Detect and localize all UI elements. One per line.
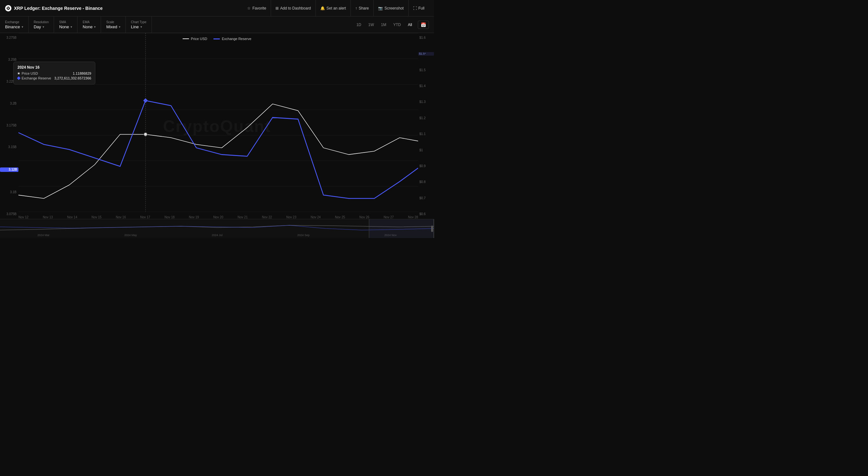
- tooltip-blue-dot: [17, 76, 20, 80]
- share-button[interactable]: ↑ Share: [351, 0, 374, 17]
- x-tick: Nov 14: [67, 215, 77, 219]
- chevron-down-icon: ▾: [22, 25, 23, 29]
- tooltip-price-row: Price USD 1.11886829: [18, 71, 91, 75]
- y-tick: 3.25B: [0, 58, 19, 61]
- toolbar: Exchange Binance ▾ Resolution Day ▾ SMA …: [0, 17, 434, 33]
- tooltip-price-label: Price USD: [18, 71, 38, 75]
- full-button[interactable]: ⛶ Full: [409, 0, 429, 17]
- x-tick: Nov 26: [359, 215, 370, 219]
- chart-type-selector: Chart Type Line ▾: [131, 17, 152, 33]
- dashboard-icon: ⊞: [275, 6, 279, 10]
- minimap[interactable]: 2024 Mar 2024 May 2024 Jul 2024 Sep 2024…: [0, 219, 434, 238]
- y-tick-right: $0.8: [418, 180, 434, 184]
- y-tick-right-highlight: $1.5*: [418, 52, 434, 56]
- minimap-label: 2024 Sep: [298, 234, 310, 237]
- minimap-label: 2024 May: [124, 234, 137, 237]
- y-tick: 3.275B: [0, 36, 19, 39]
- minimap-label: 2024 Jul: [212, 234, 222, 237]
- exchange-reserve-line: [19, 100, 418, 198]
- time-range: 1D 1W 1M YTD All 📅: [353, 21, 429, 29]
- fullscreen-icon: ⛶: [413, 6, 417, 10]
- y-axis-right: $1.6 $1.5* $1.5 $1.4 $1.3 $1.2 $1.1 $1 $…: [418, 33, 434, 219]
- y-tick-right: $0.6: [418, 213, 434, 216]
- chevron-down-icon: ▾: [141, 25, 142, 29]
- price-usd-line: [19, 104, 418, 198]
- minimap-label: 2024 Mar: [37, 234, 50, 237]
- x-axis: Nov 12 Nov 13 Nov 14 Nov 15 Nov 16 Nov 1…: [19, 214, 418, 219]
- exchange-dropdown[interactable]: Binance ▾: [5, 25, 23, 29]
- x-tick: Nov 15: [92, 215, 102, 219]
- exchange-selector: Exchange Binance ▾: [5, 17, 29, 33]
- y-tick-highlight: 3.12B: [0, 168, 19, 172]
- share-icon: ↑: [355, 6, 357, 10]
- x-tick: Nov 16: [116, 215, 126, 219]
- chart-svg: [19, 33, 418, 212]
- sma-selector: SMA None ▾: [59, 17, 78, 33]
- x-tick: Nov 12: [19, 215, 29, 219]
- resolution-dropdown[interactable]: Day ▾: [34, 25, 49, 29]
- sma-dropdown[interactable]: None ▾: [59, 25, 72, 29]
- calendar-icon: 📅: [421, 22, 426, 27]
- x-tick: Nov 18: [164, 215, 175, 219]
- tooltip-price-value: 1.11886829: [73, 71, 91, 75]
- logo-icon: [5, 5, 11, 11]
- calendar-button[interactable]: 📅: [418, 21, 429, 29]
- x-tick: Nov 21: [238, 215, 248, 219]
- time-1w-button[interactable]: 1W: [365, 21, 377, 28]
- tooltip-reserve-label: Exchange Reserve: [18, 76, 51, 80]
- add-dashboard-button[interactable]: ⊞ Add to Dashboard: [271, 0, 316, 17]
- x-tick: Nov 27: [384, 215, 394, 219]
- y-tick-right: $1: [418, 149, 434, 152]
- screenshot-button[interactable]: 📷 Screenshot: [374, 0, 409, 17]
- y-tick: 3.075B: [0, 213, 19, 216]
- chevron-down-icon: ▾: [119, 25, 120, 29]
- chart-tooltip: 2024 Nov 16 Price USD 1.11886829 Exchang…: [13, 62, 95, 85]
- bell-icon: 🔔: [320, 6, 325, 10]
- set-alert-button[interactable]: 🔔 Set an alert: [316, 0, 351, 17]
- tooltip-reserve-value: 3,272,611,332.6572366: [54, 76, 91, 80]
- time-all-button[interactable]: All: [405, 21, 415, 28]
- x-tick: Nov 28: [408, 215, 418, 219]
- scale-selector: Scale Mixed ▾: [106, 17, 126, 33]
- chevron-down-icon: ▾: [94, 25, 96, 29]
- y-axis-left: 3.275B 3.25B 3.225B 3.2B 3.175B 3.15B 3.…: [0, 33, 19, 219]
- time-ytd-button[interactable]: YTD: [390, 21, 404, 28]
- tooltip-reserve-row: Exchange Reserve 3,272,611,332.6572366: [18, 76, 91, 80]
- y-tick: 3.2B: [0, 102, 19, 105]
- minimap-window[interactable]: [369, 219, 434, 238]
- x-tick: Nov 22: [262, 215, 272, 219]
- x-tick: Nov 13: [43, 215, 53, 219]
- time-1d-button[interactable]: 1D: [353, 21, 365, 28]
- chevron-down-icon: ▾: [42, 25, 44, 29]
- favorite-button[interactable]: ☆ Favorite: [243, 0, 271, 17]
- minimap-handle[interactable]: [431, 226, 433, 232]
- tooltip-white-dot: [18, 72, 20, 75]
- x-tick: Nov 17: [140, 215, 150, 219]
- y-tick-right: $1.3: [418, 100, 434, 103]
- y-tick-right: $1.6: [418, 36, 434, 39]
- ema-selector: EMA None ▾: [83, 17, 101, 33]
- header-actions: ☆ Favorite ⊞ Add to Dashboard 🔔 Set an a…: [243, 0, 429, 17]
- y-tick-right: $1.4: [418, 85, 434, 88]
- x-tick: Nov 19: [189, 215, 199, 219]
- ema-dropdown[interactable]: None ▾: [83, 25, 96, 29]
- chevron-down-icon: ▾: [70, 25, 72, 29]
- y-tick: 3.1B: [0, 191, 19, 194]
- y-tick: 3.15B: [0, 146, 19, 149]
- resolution-selector: Resolution Day ▾: [34, 17, 54, 33]
- y-tick-right: $0.9: [418, 165, 434, 168]
- star-icon: ☆: [247, 6, 251, 10]
- x-tick: Nov 20: [213, 215, 223, 219]
- chart-type-dropdown[interactable]: Line ▾: [131, 25, 147, 29]
- x-tick: Nov 24: [311, 215, 321, 219]
- y-tick-right: $1.5: [418, 69, 434, 72]
- y-tick-right: $1.2: [418, 117, 434, 120]
- scale-dropdown[interactable]: Mixed ▾: [106, 25, 120, 29]
- y-tick-right: $1.1: [418, 132, 434, 136]
- x-tick: Nov 23: [286, 215, 297, 219]
- header: XRP Ledger: Exchange Reserve - Binance ☆…: [0, 0, 434, 17]
- chart-area: CryptoQuant Price USD Exchange Reserve 3…: [0, 33, 434, 219]
- y-tick: 3.175B: [0, 124, 19, 127]
- time-1m-button[interactable]: 1M: [378, 21, 390, 28]
- x-tick: Nov 25: [335, 215, 345, 219]
